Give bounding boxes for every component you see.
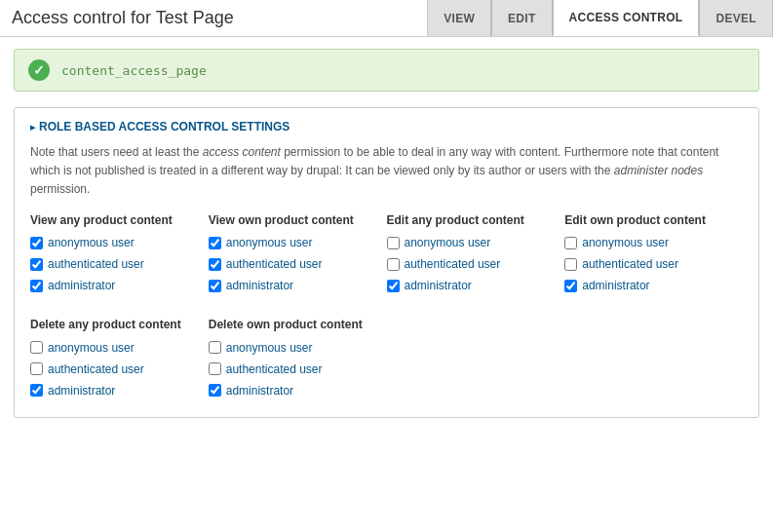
perm-item: administrator bbox=[209, 279, 377, 292]
perm-label-edit-own-anonymous[interactable]: anonymous user bbox=[582, 236, 669, 249]
perm-label-delete-any-authenticated[interactable]: authenticated user bbox=[48, 362, 144, 376]
perm-label-view-any-administrator[interactable]: administrator bbox=[48, 279, 115, 292]
success-message: content_access_page bbox=[14, 49, 759, 92]
perm-checkbox-delete-any-authenticated[interactable] bbox=[30, 362, 43, 375]
permission-grid-row1: View any product content anonymous user … bbox=[30, 213, 743, 301]
perm-label-delete-own-anonymous[interactable]: anonymous user bbox=[226, 341, 313, 355]
perm-checkbox-edit-any-anonymous[interactable] bbox=[387, 237, 400, 249]
perm-checkbox-view-any-authenticated[interactable] bbox=[30, 258, 43, 271]
perm-col-view-any: View any product content anonymous user … bbox=[30, 213, 209, 301]
perm-item: administrator bbox=[209, 384, 377, 398]
perm-checkbox-delete-any-anonymous[interactable] bbox=[30, 341, 43, 354]
perm-checkbox-edit-own-authenticated[interactable] bbox=[564, 258, 577, 271]
perm-item: authenticated user bbox=[30, 362, 199, 376]
perm-checkbox-edit-any-administrator[interactable] bbox=[387, 280, 400, 292]
perm-label-edit-any-administrator[interactable]: administrator bbox=[405, 279, 472, 292]
permission-grid-row2: Delete any product content anonymous use… bbox=[30, 318, 743, 405]
perm-col-header-delete-own: Delete own product content bbox=[209, 318, 377, 333]
perm-label-view-any-authenticated[interactable]: authenticated user bbox=[48, 257, 144, 271]
perm-col-edit-own: Edit own product content anonymous user … bbox=[564, 213, 743, 301]
perm-checkbox-delete-own-anonymous[interactable] bbox=[209, 341, 221, 354]
perm-checkbox-view-any-administrator[interactable] bbox=[30, 280, 43, 292]
perm-label-view-own-authenticated[interactable]: authenticated user bbox=[226, 257, 323, 271]
perm-item: anonymous user bbox=[209, 236, 377, 249]
perm-item: anonymous user bbox=[30, 341, 199, 355]
perm-checkbox-delete-any-administrator[interactable] bbox=[30, 384, 43, 397]
perm-col-edit-any: Edit any product content anonymous user … bbox=[387, 213, 565, 301]
perm-item: administrator bbox=[387, 279, 556, 292]
tab-devel[interactable]: DEVEL bbox=[699, 0, 773, 36]
perm-col-empty1 bbox=[387, 318, 565, 405]
perm-label-delete-own-administrator[interactable]: administrator bbox=[226, 384, 293, 398]
perm-label-edit-any-authenticated[interactable]: authenticated user bbox=[405, 257, 501, 271]
perm-item: anonymous user bbox=[387, 236, 556, 249]
perm-item: administrator bbox=[30, 384, 199, 398]
perm-col-delete-any: Delete any product content anonymous use… bbox=[30, 318, 209, 405]
perm-item: authenticated user bbox=[30, 257, 199, 271]
perm-col-header-edit-any: Edit any product content bbox=[387, 213, 556, 229]
perm-checkbox-edit-own-administrator[interactable] bbox=[564, 280, 577, 292]
perm-label-view-own-administrator[interactable]: administrator bbox=[226, 279, 293, 292]
perm-col-empty2 bbox=[564, 318, 743, 405]
perm-item: anonymous user bbox=[30, 236, 199, 249]
perm-item: authenticated user bbox=[209, 257, 377, 271]
perm-col-header-view-any: View any product content bbox=[30, 213, 199, 229]
perm-checkbox-delete-own-administrator[interactable] bbox=[209, 384, 221, 397]
perm-checkbox-edit-own-anonymous[interactable] bbox=[564, 237, 577, 249]
perm-col-header-view-own: View own product content bbox=[209, 213, 377, 229]
page-header: Access control for Test Page VIEW EDIT A… bbox=[0, 0, 773, 37]
rbac-section: ROLE BASED ACCESS CONTROL SETTINGS Note … bbox=[14, 107, 759, 418]
perm-checkbox-view-own-administrator[interactable] bbox=[209, 280, 221, 292]
perm-col-view-own: View own product content anonymous user … bbox=[209, 213, 387, 301]
perm-checkbox-view-own-anonymous[interactable] bbox=[209, 237, 221, 249]
perm-checkbox-view-any-anonymous[interactable] bbox=[30, 237, 43, 249]
perm-label-view-any-anonymous[interactable]: anonymous user bbox=[48, 236, 135, 249]
rbac-note: Note that users need at least the access… bbox=[30, 143, 743, 200]
perm-item: authenticated user bbox=[564, 257, 733, 271]
perm-label-delete-any-administrator[interactable]: administrator bbox=[48, 384, 115, 398]
perm-checkbox-edit-any-authenticated[interactable] bbox=[387, 258, 400, 271]
perm-col-header-delete-any: Delete any product content bbox=[30, 318, 199, 333]
perm-label-delete-any-anonymous[interactable]: anonymous user bbox=[48, 341, 135, 355]
page-title: Access control for Test Page bbox=[0, 0, 428, 36]
tab-bar: VIEW EDIT ACCESS CONTROL DEVEL bbox=[428, 0, 773, 36]
perm-item: administrator bbox=[564, 279, 733, 292]
success-text: content_access_page bbox=[61, 63, 207, 78]
perm-checkbox-delete-own-authenticated[interactable] bbox=[209, 362, 221, 375]
perm-col-delete-own: Delete own product content anonymous use… bbox=[209, 318, 387, 405]
perm-item: anonymous user bbox=[564, 236, 733, 249]
tab-view[interactable]: VIEW bbox=[428, 0, 491, 36]
perm-label-delete-own-authenticated[interactable]: authenticated user bbox=[226, 362, 323, 376]
perm-label-edit-own-administrator[interactable]: administrator bbox=[582, 279, 649, 292]
perm-item: authenticated user bbox=[387, 257, 556, 271]
tab-access-control[interactable]: ACCESS CONTROL bbox=[553, 0, 700, 36]
tab-edit[interactable]: EDIT bbox=[491, 0, 553, 36]
success-icon bbox=[28, 59, 50, 81]
perm-checkbox-view-own-authenticated[interactable] bbox=[209, 258, 221, 271]
perm-col-header-edit-own: Edit own product content bbox=[564, 213, 733, 229]
perm-label-edit-any-anonymous[interactable]: anonymous user bbox=[405, 236, 491, 249]
main-content: content_access_page ROLE BASED ACCESS CO… bbox=[0, 37, 773, 430]
perm-item: authenticated user bbox=[209, 362, 377, 376]
perm-item: anonymous user bbox=[209, 341, 377, 355]
perm-label-view-own-anonymous[interactable]: anonymous user bbox=[226, 236, 313, 249]
perm-item: administrator bbox=[30, 279, 199, 292]
rbac-title: ROLE BASED ACCESS CONTROL SETTINGS bbox=[30, 120, 743, 133]
perm-label-edit-own-authenticated[interactable]: authenticated user bbox=[582, 257, 678, 271]
